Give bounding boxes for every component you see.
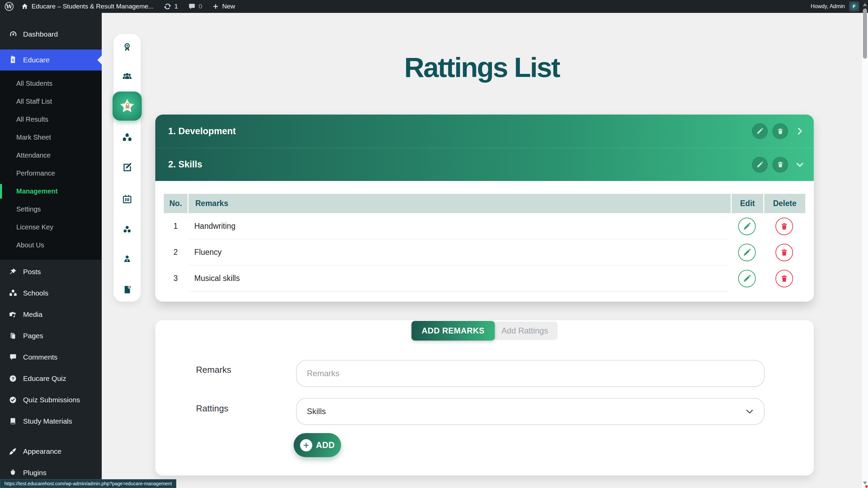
column-header-no: No. [164,194,188,213]
add-form-card: ADD REMARKS Add Rattings Remarks Ratting… [155,320,814,475]
add-button[interactable]: ADD [294,433,341,457]
sidebar-item-pages[interactable]: Pages [0,325,102,346]
wordpress-logo-icon[interactable]: W [5,2,14,11]
award-icon[interactable] [122,42,132,52]
remarks-field-label: Remarks [196,365,231,375]
file-plus-icon[interactable] [122,284,132,294]
media-icon [8,310,17,319]
submenu-item-license-key[interactable]: License Key [0,218,102,236]
edit-remark-button[interactable] [738,218,756,235]
edit-rating-button[interactable] [752,157,768,172]
site-link[interactable]: Educare – Students & Result Manageme... [21,3,154,10]
table-row: 1 Handwriting [164,213,805,239]
edit-note-icon[interactable] [122,162,132,172]
submenu-item-performance[interactable]: Performance [0,164,102,182]
educare-submenu: All Students All Staff List All Results … [0,70,102,260]
sidebar-item-posts[interactable]: Posts [0,261,102,282]
sidebar-item-label: Comments [23,353,58,361]
comments-icon [188,3,196,10]
sidebar-item-schools[interactable]: Schools [0,282,102,304]
edit-rating-button[interactable] [752,123,768,139]
chevron-down-icon[interactable] [795,160,804,169]
submenu-item-settings[interactable]: Settings [0,200,102,218]
page-scrollbar[interactable] [862,0,868,488]
row-number: 3 [164,265,188,291]
accordion-label: 1. Development [168,126,236,137]
sidebar-item-appearance[interactable]: Appearance [0,441,102,462]
pushpin-icon [8,267,17,276]
accordion-development[interactable]: 1. Development [155,115,814,148]
avatar[interactable]: F [849,1,859,12]
scroll-up-arrow[interactable] [863,3,867,6]
question-circle-icon [8,374,17,383]
sidebar-item-label: Appearance [23,447,61,455]
delete-rating-button[interactable] [772,123,788,139]
sidebar-item-label: Plugins [23,469,46,477]
column-header-delete: Delete [763,194,805,213]
table-row: 2 Fluency [164,239,805,265]
edit-remark-button[interactable] [738,244,756,261]
book-icon [8,417,17,426]
remarks-input[interactable] [296,360,765,387]
form-tabs: ADD REMARKS Add Rattings [412,321,558,341]
delete-remark-button[interactable] [775,244,793,261]
updates-count: 1 [174,3,178,10]
sidebar-item-comments[interactable]: Comments [0,346,102,368]
tab-add-remarks[interactable]: ADD REMARKS [412,321,495,341]
rattings-select[interactable]: Skills [296,398,765,425]
submenu-item-all-staff-list[interactable]: All Staff List [0,93,102,110]
column-header-edit: Edit [731,194,763,213]
new-content-button[interactable]: New [212,3,235,10]
sidebar-item-educare-quiz[interactable]: Educare Quiz [0,368,102,389]
admin-sidebar: Dashboard E Educare All Students All Sta… [0,13,102,488]
submenu-item-attendance[interactable]: Attendance [0,146,102,164]
rattings-accordion-card: 1. Development 2. Skills No. [155,115,814,302]
comment-icon [8,353,17,362]
sidebar-item-study-materials[interactable]: Study Materials [0,410,102,432]
users-group-icon[interactable] [122,71,132,81]
staff-person-icon[interactable] [122,254,132,264]
sidebar-item-label: Posts [23,268,41,276]
table-row: 3 Musical skills [164,265,805,291]
svg-text:E: E [12,58,15,62]
groups-cluster-icon[interactable] [122,224,132,235]
sidebar-item-label: Educare Quiz [23,374,66,383]
sidebar-item-label: Pages [23,332,43,340]
row-number: 2 [164,239,188,265]
remarks-table: No. Remarks Edit Delete 1 Handwriting 2 … [164,194,805,291]
rattings-star-button-active[interactable] [113,92,142,121]
edit-remark-button[interactable] [738,270,756,287]
comments-button[interactable]: 0 [188,3,202,10]
sidebar-item-media[interactable]: Media [0,304,102,325]
delete-remark-button[interactable] [775,218,793,235]
delete-remark-button[interactable] [775,270,793,287]
tab-add-rattings[interactable]: Add Rattings [492,322,557,340]
check-circle-icon [8,395,17,404]
calendar-icon[interactable] [122,194,132,204]
table-header-row: No. Remarks Edit Delete [164,194,805,213]
comments-count: 0 [199,3,202,10]
scrollbar-thumb[interactable] [863,8,867,59]
submenu-item-management[interactable]: Management [0,182,102,200]
submenu-item-about-us[interactable]: About Us [0,236,102,254]
active-menu-arrow [97,56,102,64]
delete-rating-button[interactable] [772,157,788,172]
rattings-field-label: Rattings [196,403,228,414]
remarks-table-section: No. Remarks Edit Delete 1 Handwriting 2 … [155,181,814,302]
sidebar-item-educare[interactable]: E Educare [0,49,102,70]
howdy-text[interactable]: Howdy, Admin [811,3,845,9]
schools-icon[interactable] [122,132,132,142]
scroll-down-arrow[interactable] [863,482,867,485]
updates-button[interactable]: 1 [164,3,178,10]
accordion-skills[interactable]: 2. Skills [155,148,814,181]
submenu-item-all-results[interactable]: All Results [0,110,102,128]
plus-circle-icon [300,439,312,451]
recording-dot [865,485,868,488]
page-title: Rattings List [102,52,862,83]
submenu-item-all-students[interactable]: All Students [0,75,102,93]
chevron-right-icon[interactable] [795,127,804,136]
submenu-item-mark-sheet[interactable]: Mark Sheet [0,128,102,146]
sidebar-item-dashboard[interactable]: Dashboard [0,24,102,44]
sidebar-item-label: Dashboard [23,30,58,38]
sidebar-item-quiz-submissions[interactable]: Quiz Submissions [0,389,102,410]
